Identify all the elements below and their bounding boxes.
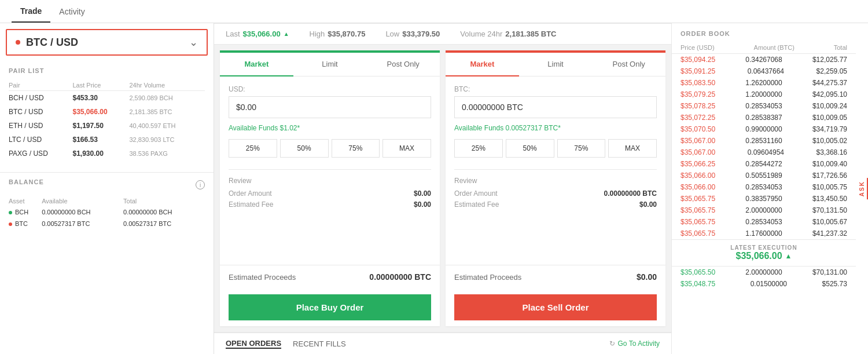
ask-label-container: ASK bbox=[856, 23, 868, 354]
sell-order-form: BTC: Available Funds 0.00527317 BTC* 25%… bbox=[446, 76, 665, 265]
pair-list-cell-price: $453.30 bbox=[73, 91, 130, 105]
ob-ask-row[interactable]: $35,079.25 1.20000000 $42,095.10 bbox=[672, 89, 856, 100]
ob-col-amount: Amount (BTC) bbox=[754, 44, 795, 51]
ob-ask-amount: 1.26200000 bbox=[745, 79, 782, 87]
sell-pct-50[interactable]: 50% bbox=[506, 139, 554, 158]
pair-list-col-price: Last Price bbox=[73, 80, 130, 91]
ob-ask-total: $13,450.50 bbox=[812, 195, 847, 203]
sell-available-funds: Available Funds 0.00527317 BTC* bbox=[454, 124, 657, 132]
le-arrow-icon: ▲ bbox=[785, 252, 792, 260]
sell-amount-input[interactable] bbox=[454, 96, 657, 118]
ticker-low-label: Low bbox=[385, 30, 399, 38]
sell-order-amount-value: 0.00000000 BTC bbox=[604, 189, 657, 198]
ob-ask-row[interactable]: $35,066.00 0.28534053 $10,005.75 bbox=[672, 181, 856, 193]
bottom-strip: OPEN ORDERS RECENT FILLS ↻ Go To Activit… bbox=[214, 332, 671, 354]
pair-list-row[interactable]: BTC / USD $35,066.00 2,181.385 BTC bbox=[9, 105, 205, 119]
ob-ask-price: $35,078.25 bbox=[681, 102, 715, 110]
buy-amount-input[interactable] bbox=[229, 96, 431, 118]
ob-ask-rows: $35,094.25 0.34267068 $12,025.77 $35,091… bbox=[672, 54, 856, 239]
ob-bid-row[interactable]: $35,065.50 2.00000000 $70,131.00 bbox=[672, 267, 856, 278]
ob-ask-row[interactable]: $35,078.25 0.28534053 $10,009.24 bbox=[672, 100, 856, 112]
buy-review-title: Review bbox=[229, 177, 431, 185]
pair-selector[interactable]: BTC / USD ⌄ bbox=[6, 29, 208, 56]
ob-ask-amount: 0.34267068 bbox=[745, 56, 782, 64]
nav-trade[interactable]: Trade bbox=[12, 1, 50, 23]
sell-order-amount-label: Order Amount bbox=[454, 189, 498, 198]
ob-ask-row[interactable]: $35,065.75 2.00000000 $70,131.50 bbox=[672, 205, 856, 216]
ob-ask-row[interactable]: $35,065.75 0.38357950 $13,450.50 bbox=[672, 193, 856, 205]
ticker-volume-value: 2,181.385 BTC bbox=[505, 30, 556, 38]
pair-list-col-pair: Pair bbox=[9, 80, 73, 91]
sell-tab-market[interactable]: Market bbox=[446, 53, 519, 76]
buy-pct-25[interactable]: 25% bbox=[229, 139, 277, 158]
ob-ask-row[interactable]: $35,094.25 0.34267068 $12,025.77 bbox=[672, 54, 856, 65]
go-to-activity-link[interactable]: ↻ Go To Activity bbox=[609, 340, 660, 348]
top-nav: Trade Activity bbox=[0, 0, 868, 23]
pair-list-row[interactable]: BCH / USD $453.30 2,590.089 BCH bbox=[9, 91, 205, 105]
info-icon[interactable]: i bbox=[196, 180, 205, 189]
buy-tab-market[interactable]: Market bbox=[220, 53, 293, 76]
ob-ask-row[interactable]: $35,066.00 0.50551989 $17,726.56 bbox=[672, 170, 856, 181]
ob-ask-row[interactable]: $35,091.25 0.06437664 $2,259.05 bbox=[672, 65, 856, 77]
ob-bid-row[interactable]: $35,048.75 0.01500000 $525.73 bbox=[672, 278, 856, 290]
sell-pct-75[interactable]: 75% bbox=[557, 139, 606, 158]
ob-ask-price: $35,065.75 bbox=[681, 229, 715, 238]
sell-pct-max[interactable]: MAX bbox=[608, 139, 657, 158]
ob-ask-total: $41,237.32 bbox=[812, 229, 847, 238]
nav-activity[interactable]: Activity bbox=[50, 1, 93, 22]
ticker-last-label: Last bbox=[226, 30, 240, 38]
ticker-high-value: $35,870.75 bbox=[328, 30, 365, 38]
place-sell-order-button[interactable]: Place Sell Order bbox=[454, 294, 657, 320]
ob-bid-total: $70,131.00 bbox=[812, 268, 847, 276]
ob-ask-amount: 0.09604954 bbox=[748, 148, 784, 156]
refresh-icon: ↻ bbox=[609, 340, 615, 348]
buy-panel: Market Limit Post Only USD: Available Fu… bbox=[220, 50, 440, 326]
balance-col-total: Total bbox=[123, 196, 205, 206]
ob-ask-amount: 0.38357950 bbox=[745, 195, 782, 203]
ob-ask-row[interactable]: $35,067.00 0.28531160 $10,005.02 bbox=[672, 135, 856, 147]
pair-list-row[interactable]: LTC / USD $166.53 32,830.903 LTC bbox=[9, 133, 205, 147]
sell-ep-label: Estimated Proceeds bbox=[454, 273, 521, 282]
ob-ask-row[interactable]: $35,067.00 0.09604954 $3,368.16 bbox=[672, 147, 856, 158]
ob-ask-total: $10,009.40 bbox=[812, 160, 847, 168]
ob-bid-price: $35,065.50 bbox=[681, 268, 715, 276]
ticker-volume: Volume 24hr 2,181.385 BTC bbox=[460, 30, 556, 38]
buy-order-amount-label: Order Amount bbox=[229, 189, 272, 198]
center-panels: Last $35,066.00 ▲ High $35,870.75 Low $3… bbox=[214, 23, 671, 354]
buy-tab-postonly[interactable]: Post Only bbox=[366, 53, 440, 76]
buy-order-amount-row: Order Amount $0.00 bbox=[229, 189, 431, 198]
ob-bid-rows: $35,065.50 2.00000000 $70,131.00 $35,048… bbox=[672, 267, 856, 290]
ob-ask-total: $70,131.50 bbox=[812, 206, 847, 214]
ob-ask-row[interactable]: $35,072.25 0.28538387 $10,009.05 bbox=[672, 112, 856, 123]
pair-list-cell-volume: 40,400.597 ETH bbox=[129, 119, 205, 133]
ob-ask-row[interactable]: $35,070.50 0.99000000 $34,719.79 bbox=[672, 123, 856, 135]
sell-review-title: Review bbox=[454, 177, 657, 185]
sell-tab-limit[interactable]: Limit bbox=[519, 53, 593, 76]
place-buy-order-button[interactable]: Place Buy Order bbox=[229, 294, 431, 320]
ob-ask-row[interactable]: $35,066.25 0.28544272 $10,009.40 bbox=[672, 158, 856, 170]
buy-tab-limit[interactable]: Limit bbox=[293, 53, 367, 76]
pair-list-cell-volume: 38.536 PAXG bbox=[129, 147, 205, 160]
sell-ep-value: $0.00 bbox=[637, 272, 657, 282]
ob-ask-amount: 1.20000000 bbox=[745, 90, 782, 98]
balance-total: 0.00000000 BCH bbox=[123, 206, 205, 218]
sell-review: Review Order Amount 0.00000000 BTC Estim… bbox=[454, 169, 657, 211]
ob-ask-price: $35,079.25 bbox=[681, 90, 715, 98]
buy-pct-50[interactable]: 50% bbox=[280, 139, 329, 158]
open-orders-tab[interactable]: OPEN ORDERS bbox=[226, 339, 281, 349]
ob-ask-row[interactable]: $35,083.50 1.26200000 $44,275.37 bbox=[672, 77, 856, 89]
pair-list-cell-pair: LTC / USD bbox=[9, 133, 73, 147]
sell-tab-postonly[interactable]: Post Only bbox=[592, 53, 665, 76]
ob-ask-row[interactable]: $35,065.75 1.17600000 $41,237.32 bbox=[672, 228, 856, 239]
pair-name: BTC / USD bbox=[26, 37, 78, 49]
buy-pct-75[interactable]: 75% bbox=[332, 139, 380, 158]
ob-ask-row[interactable]: $35,065.75 0.28534053 $10,005.67 bbox=[672, 216, 856, 228]
balance-row: BTC 0.00527317 BTC 0.00527317 BTC bbox=[9, 218, 205, 229]
buy-pct-max[interactable]: MAX bbox=[382, 139, 431, 158]
pair-list-row[interactable]: PAXG / USD $1,930.00 38.536 PAXG bbox=[9, 147, 205, 160]
pair-list-row[interactable]: ETH / USD $1,197.50 40,400.597 ETH bbox=[9, 119, 205, 133]
ob-ask-price: $35,065.75 bbox=[681, 195, 715, 203]
recent-fills-tab[interactable]: RECENT FILLS bbox=[293, 340, 346, 348]
sell-currency-label: BTC: bbox=[454, 85, 657, 93]
sell-pct-25[interactable]: 25% bbox=[454, 139, 503, 158]
